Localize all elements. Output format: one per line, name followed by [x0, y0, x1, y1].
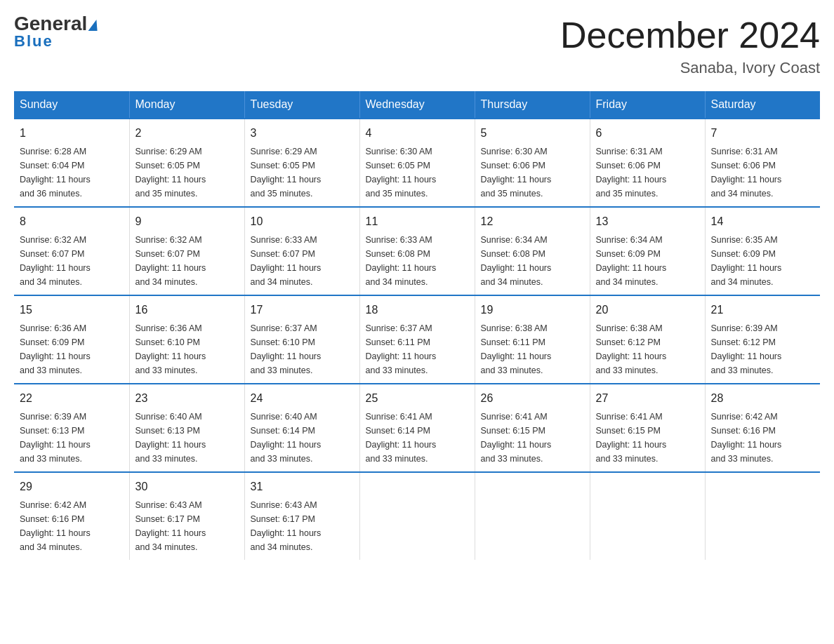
day-info: Sunrise: 6:31 AM Sunset: 6:06 PM Dayligh… [711, 145, 815, 201]
calendar-cell: 31Sunrise: 6:43 AM Sunset: 6:17 PM Dayli… [244, 472, 359, 560]
day-info: Sunrise: 6:37 AM Sunset: 6:11 PM Dayligh… [366, 321, 469, 377]
header-row: SundayMondayTuesdayWednesdayThursdayFrid… [14, 91, 820, 119]
month-title: December 2024 [560, 14, 820, 56]
page-header: General Blue December 2024 Sanaba, Ivory… [14, 14, 820, 77]
day-info: Sunrise: 6:40 AM Sunset: 6:13 PM Dayligh… [135, 410, 239, 466]
day-info: Sunrise: 6:30 AM Sunset: 6:05 PM Dayligh… [366, 145, 469, 201]
header-saturday: Saturday [705, 91, 820, 119]
calendar-cell: 7Sunrise: 6:31 AM Sunset: 6:06 PM Daylig… [705, 119, 820, 207]
day-info: Sunrise: 6:28 AM Sunset: 6:04 PM Dayligh… [20, 145, 124, 201]
day-number: 19 [481, 302, 584, 318]
day-number: 4 [366, 125, 469, 142]
calendar-cell: 12Sunrise: 6:34 AM Sunset: 6:08 PM Dayli… [475, 207, 590, 295]
header-tuesday: Tuesday [244, 91, 359, 119]
calendar-cell: 29Sunrise: 6:42 AM Sunset: 6:16 PM Dayli… [14, 472, 129, 560]
day-info: Sunrise: 6:41 AM Sunset: 6:15 PM Dayligh… [596, 410, 699, 466]
calendar-cell: 23Sunrise: 6:40 AM Sunset: 6:13 PM Dayli… [129, 384, 244, 472]
calendar-cell: 28Sunrise: 6:42 AM Sunset: 6:16 PM Dayli… [705, 384, 820, 472]
day-info: Sunrise: 6:39 AM Sunset: 6:12 PM Dayligh… [711, 321, 815, 377]
day-number: 5 [481, 125, 584, 142]
day-info: Sunrise: 6:34 AM Sunset: 6:09 PM Dayligh… [596, 233, 699, 289]
day-number: 18 [366, 302, 469, 318]
day-number: 13 [596, 213, 699, 230]
calendar-cell: 19Sunrise: 6:38 AM Sunset: 6:11 PM Dayli… [475, 295, 590, 384]
calendar-cell: 11Sunrise: 6:33 AM Sunset: 6:08 PM Dayli… [359, 207, 475, 295]
header-thursday: Thursday [475, 91, 590, 119]
calendar-cell [359, 472, 475, 560]
day-number: 7 [711, 125, 815, 142]
logo-blue: Blue [14, 32, 53, 51]
day-number: 28 [711, 390, 815, 407]
calendar-cell: 8Sunrise: 6:32 AM Sunset: 6:07 PM Daylig… [14, 207, 129, 295]
day-number: 21 [711, 302, 815, 318]
day-number: 22 [20, 390, 124, 407]
calendar-cell: 4Sunrise: 6:30 AM Sunset: 6:05 PM Daylig… [359, 119, 475, 207]
calendar-cell [475, 472, 590, 560]
day-info: Sunrise: 6:29 AM Sunset: 6:05 PM Dayligh… [251, 145, 354, 201]
day-number: 6 [596, 125, 699, 142]
day-info: Sunrise: 6:33 AM Sunset: 6:07 PM Dayligh… [251, 233, 354, 289]
calendar-cell: 13Sunrise: 6:34 AM Sunset: 6:09 PM Dayli… [590, 207, 705, 295]
logo-text: General [14, 14, 98, 34]
calendar-cell: 3Sunrise: 6:29 AM Sunset: 6:05 PM Daylig… [244, 119, 359, 207]
calendar-cell: 1Sunrise: 6:28 AM Sunset: 6:04 PM Daylig… [14, 119, 129, 207]
location: Sanaba, Ivory Coast [560, 59, 820, 77]
day-number: 10 [251, 213, 354, 230]
calendar-cell: 27Sunrise: 6:41 AM Sunset: 6:15 PM Dayli… [590, 384, 705, 472]
day-info: Sunrise: 6:36 AM Sunset: 6:10 PM Dayligh… [135, 321, 239, 377]
week-row-3: 15Sunrise: 6:36 AM Sunset: 6:09 PM Dayli… [14, 295, 820, 384]
header-friday: Friday [590, 91, 705, 119]
day-info: Sunrise: 6:29 AM Sunset: 6:05 PM Dayligh… [135, 145, 239, 201]
day-info: Sunrise: 6:34 AM Sunset: 6:08 PM Dayligh… [481, 233, 584, 289]
calendar-cell: 21Sunrise: 6:39 AM Sunset: 6:12 PM Dayli… [705, 295, 820, 384]
day-info: Sunrise: 6:36 AM Sunset: 6:09 PM Dayligh… [20, 321, 124, 377]
calendar-cell: 17Sunrise: 6:37 AM Sunset: 6:10 PM Dayli… [244, 295, 359, 384]
day-info: Sunrise: 6:37 AM Sunset: 6:10 PM Dayligh… [251, 321, 354, 377]
day-number: 29 [20, 478, 124, 495]
header-wednesday: Wednesday [359, 91, 475, 119]
header-sunday: Sunday [14, 91, 129, 119]
day-info: Sunrise: 6:42 AM Sunset: 6:16 PM Dayligh… [711, 410, 815, 466]
day-info: Sunrise: 6:33 AM Sunset: 6:08 PM Dayligh… [366, 233, 469, 289]
day-info: Sunrise: 6:43 AM Sunset: 6:17 PM Dayligh… [251, 498, 354, 554]
day-number: 3 [251, 125, 354, 142]
calendar-cell: 30Sunrise: 6:43 AM Sunset: 6:17 PM Dayli… [129, 472, 244, 560]
day-number: 20 [596, 302, 699, 318]
day-info: Sunrise: 6:39 AM Sunset: 6:13 PM Dayligh… [20, 410, 124, 466]
day-number: 31 [251, 478, 354, 495]
calendar-cell: 20Sunrise: 6:38 AM Sunset: 6:12 PM Dayli… [590, 295, 705, 384]
day-info: Sunrise: 6:41 AM Sunset: 6:14 PM Dayligh… [366, 410, 469, 466]
day-info: Sunrise: 6:38 AM Sunset: 6:11 PM Dayligh… [481, 321, 584, 377]
day-info: Sunrise: 6:35 AM Sunset: 6:09 PM Dayligh… [711, 233, 815, 289]
day-number: 1 [20, 125, 124, 142]
day-info: Sunrise: 6:31 AM Sunset: 6:06 PM Dayligh… [596, 145, 699, 201]
calendar-cell: 18Sunrise: 6:37 AM Sunset: 6:11 PM Dayli… [359, 295, 475, 384]
day-info: Sunrise: 6:30 AM Sunset: 6:06 PM Dayligh… [481, 145, 584, 201]
day-number: 17 [251, 302, 354, 318]
calendar-table: SundayMondayTuesdayWednesdayThursdayFrid… [14, 91, 820, 560]
calendar-cell: 2Sunrise: 6:29 AM Sunset: 6:05 PM Daylig… [129, 119, 244, 207]
day-info: Sunrise: 6:32 AM Sunset: 6:07 PM Dayligh… [135, 233, 239, 289]
calendar-cell: 5Sunrise: 6:30 AM Sunset: 6:06 PM Daylig… [475, 119, 590, 207]
week-row-4: 22Sunrise: 6:39 AM Sunset: 6:13 PM Dayli… [14, 384, 820, 472]
day-number: 26 [481, 390, 584, 407]
header-monday: Monday [129, 91, 244, 119]
day-number: 15 [20, 302, 124, 318]
day-number: 8 [20, 213, 124, 230]
calendar-header: SundayMondayTuesdayWednesdayThursdayFrid… [14, 91, 820, 119]
day-info: Sunrise: 6:40 AM Sunset: 6:14 PM Dayligh… [251, 410, 354, 466]
day-number: 2 [135, 125, 239, 142]
calendar-cell: 10Sunrise: 6:33 AM Sunset: 6:07 PM Dayli… [244, 207, 359, 295]
calendar-body: 1Sunrise: 6:28 AM Sunset: 6:04 PM Daylig… [14, 119, 820, 560]
day-info: Sunrise: 6:42 AM Sunset: 6:16 PM Dayligh… [20, 498, 124, 554]
day-number: 27 [596, 390, 699, 407]
day-info: Sunrise: 6:38 AM Sunset: 6:12 PM Dayligh… [596, 321, 699, 377]
logo: General Blue [14, 14, 98, 51]
day-info: Sunrise: 6:32 AM Sunset: 6:07 PM Dayligh… [20, 233, 124, 289]
calendar-cell: 14Sunrise: 6:35 AM Sunset: 6:09 PM Dayli… [705, 207, 820, 295]
week-row-5: 29Sunrise: 6:42 AM Sunset: 6:16 PM Dayli… [14, 472, 820, 560]
day-info: Sunrise: 6:43 AM Sunset: 6:17 PM Dayligh… [135, 498, 239, 554]
calendar-cell: 25Sunrise: 6:41 AM Sunset: 6:14 PM Dayli… [359, 384, 475, 472]
day-number: 30 [135, 478, 239, 495]
calendar-cell: 26Sunrise: 6:41 AM Sunset: 6:15 PM Dayli… [475, 384, 590, 472]
